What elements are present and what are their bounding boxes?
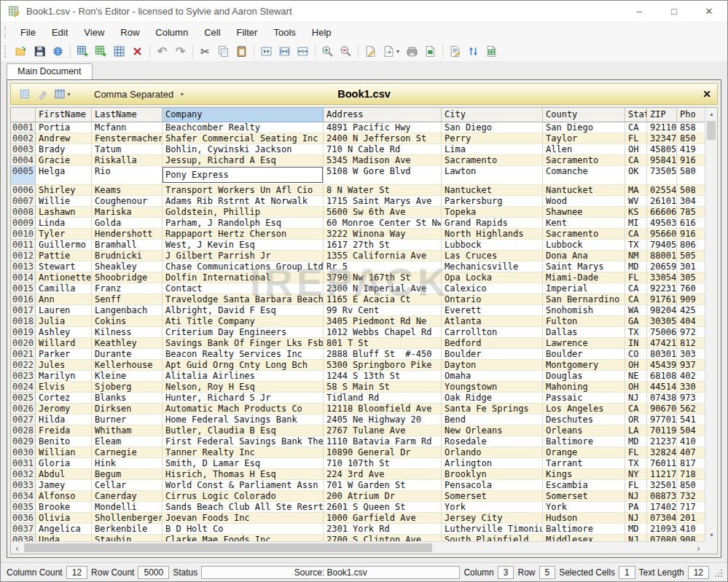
cell[interactable]: IN: [625, 338, 647, 349]
cell[interactable]: KS: [625, 207, 647, 218]
row-number[interactable]: 0009: [11, 218, 36, 229]
cell[interactable]: Lima: [442, 144, 543, 155]
cell[interactable]: 404: [677, 316, 705, 327]
tools-icon[interactable]: [404, 43, 420, 60]
cell[interactable]: Ashley: [36, 327, 92, 338]
cell[interactable]: 806: [677, 240, 705, 251]
cell[interactable]: Miami-Dade: [543, 272, 625, 283]
cell[interactable]: 410: [677, 436, 705, 447]
cell[interactable]: 8 N Water St: [324, 185, 442, 196]
cell[interactable]: Staubin: [92, 535, 163, 541]
cell[interactable]: CA: [625, 294, 647, 305]
cell[interactable]: Lawton: [442, 166, 543, 185]
cell[interactable]: Jessup, Richard A Esq: [163, 155, 324, 166]
row-number[interactable]: 0015: [11, 283, 36, 294]
cell[interactable]: 541: [677, 414, 705, 425]
cell[interactable]: Rappaport Hertz Cherson: [163, 229, 324, 240]
cell[interactable]: 305: [677, 272, 705, 283]
cell[interactable]: 710 N Cable Rd: [324, 144, 442, 155]
cell[interactable]: Dona Ana: [543, 251, 625, 261]
cell[interactable]: Dayton: [442, 360, 543, 371]
close-button[interactable]: ✕: [704, 6, 714, 17]
cell[interactable]: NJ: [625, 491, 647, 502]
cell[interactable]: Riskalla: [92, 155, 163, 166]
cell[interactable]: 410: [677, 524, 705, 535]
cell[interactable]: 3790 Nw 167th St: [324, 272, 442, 283]
cell[interactable]: Bohlin, Cywinski Jackson: [163, 144, 324, 155]
delete-icon[interactable]: [129, 43, 146, 60]
cell[interactable]: Imperial: [543, 283, 625, 294]
cell[interactable]: Kilness: [92, 327, 163, 338]
cell[interactable]: Orlando: [442, 447, 543, 458]
cell[interactable]: 68108: [647, 371, 677, 382]
table-layout-icon[interactable]: ▼: [52, 86, 74, 102]
cell[interactable]: 49503: [647, 218, 677, 229]
row-number[interactable]: 0014: [11, 272, 36, 283]
cell[interactable]: Bend: [442, 414, 543, 425]
cell[interactable]: 45439: [647, 360, 677, 371]
insert-column-icon[interactable]: [74, 43, 91, 60]
cell[interactable]: Brady: [36, 144, 92, 155]
cell[interactable]: 45805: [647, 144, 677, 155]
cell[interactable]: 5345 Madison Ave: [324, 155, 442, 166]
cell[interactable]: 2300 N Imperial Ave: [324, 283, 442, 294]
cell[interactable]: Kellerhouse: [92, 360, 163, 371]
row-number[interactable]: 0005: [11, 166, 36, 185]
cell[interactable]: Stewart: [36, 261, 92, 272]
row-number[interactable]: 0022: [11, 360, 36, 371]
cell[interactable]: 916: [677, 229, 705, 240]
cell[interactable]: San Bernardino: [543, 294, 625, 305]
cell[interactable]: Pattie: [36, 251, 92, 261]
cell[interactable]: Shirley: [36, 185, 92, 196]
cell[interactable]: Butler, Claudia B Esq: [163, 425, 324, 436]
cell[interactable]: 02554: [647, 185, 677, 196]
cell[interactable]: TX: [625, 458, 647, 469]
row-number[interactable]: 0007: [11, 196, 36, 207]
row-number[interactable]: 0035: [11, 502, 36, 513]
cell[interactable]: 303: [677, 349, 705, 360]
cell[interactable]: Langenbach: [92, 305, 163, 316]
cell[interactable]: Boulder: [442, 349, 543, 360]
row-number[interactable]: 0019: [11, 327, 36, 338]
cell[interactable]: Tatum: [92, 144, 163, 155]
cell[interactable]: Alfonso: [36, 491, 92, 502]
fit-column-icon[interactable]: [258, 43, 275, 60]
cell[interactable]: Andrew: [36, 133, 92, 144]
cell[interactable]: West, J Kevin Esq: [163, 240, 324, 251]
column-header-address[interactable]: Address: [324, 108, 442, 122]
cell[interactable]: B D Holt Co: [163, 524, 324, 535]
row-number[interactable]: 0016: [11, 294, 36, 305]
cell[interactable]: 1715 Saint Marys Ave: [324, 196, 442, 207]
row-number-header[interactable]: [11, 108, 36, 122]
export-icon[interactable]: ▼: [380, 43, 402, 60]
cell[interactable]: PA: [625, 502, 647, 513]
save-file-icon[interactable]: [31, 43, 48, 60]
cell[interactable]: Lauren: [36, 305, 92, 316]
column-header-city[interactable]: City: [442, 108, 543, 122]
cell[interactable]: New Orleans: [442, 425, 543, 436]
cell[interactable]: Comanche: [543, 166, 625, 185]
cell[interactable]: Alitalia Airlines: [163, 371, 324, 382]
cell[interactable]: Arlington: [442, 458, 543, 469]
cell[interactable]: 99 Rv Cent: [324, 305, 442, 316]
column-header-lastname[interactable]: LastName: [92, 108, 163, 122]
cell[interactable]: Home Federal Savings Bank: [163, 414, 324, 425]
cell[interactable]: NY: [625, 469, 647, 480]
cell[interactable]: 1000 Garfield Ave: [324, 513, 442, 524]
cell[interactable]: Sands Beach Club All Ste Resrt: [163, 502, 324, 513]
cell[interactable]: Mcfann: [92, 122, 163, 133]
cell[interactable]: 330: [677, 382, 705, 393]
cell[interactable]: 98204: [647, 305, 677, 316]
cell[interactable]: MA: [625, 185, 647, 196]
menu-column[interactable]: Column: [147, 24, 196, 41]
cell[interactable]: 201: [677, 513, 705, 524]
paste-icon[interactable]: [233, 43, 250, 60]
cell[interactable]: OR: [625, 414, 647, 425]
cell[interactable]: Travelodge Santa Barbara Beach: [163, 294, 324, 305]
cell[interactable]: 817: [677, 458, 705, 469]
cell[interactable]: 08873: [647, 491, 677, 502]
cell[interactable]: OH: [625, 360, 647, 371]
cell[interactable]: 858: [677, 122, 705, 133]
cell[interactable]: Mondelli: [92, 502, 163, 513]
cell[interactable]: 07304: [647, 513, 677, 524]
